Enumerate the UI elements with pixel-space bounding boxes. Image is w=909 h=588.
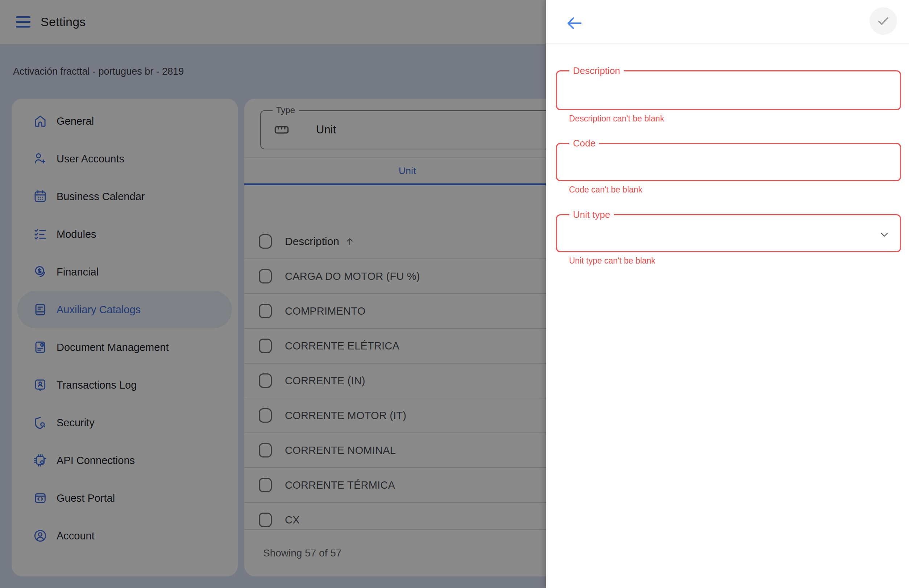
code-input[interactable] bbox=[557, 144, 900, 180]
unit-edit-panel: Description Description can't be blank C… bbox=[546, 0, 909, 588]
unit-type-field-label: Unit type bbox=[569, 209, 614, 220]
code-field[interactable]: Code bbox=[556, 143, 901, 181]
panel-header bbox=[546, 0, 909, 44]
check-icon bbox=[876, 14, 891, 28]
save-button[interactable] bbox=[870, 7, 897, 35]
unit-type-input[interactable] bbox=[557, 215, 900, 251]
description-field-label: Description bbox=[569, 65, 624, 76]
unit-type-field-group: Unit type Unit type can't be blank bbox=[556, 214, 901, 266]
description-input[interactable] bbox=[557, 71, 900, 109]
code-field-group: Code Code can't be blank bbox=[556, 143, 901, 195]
chevron-down-icon[interactable] bbox=[878, 228, 891, 241]
description-field-group: Description Description can't be blank bbox=[556, 70, 901, 124]
unit-type-select[interactable]: Unit type bbox=[556, 214, 901, 252]
arrow-left-icon[interactable] bbox=[565, 14, 583, 32]
unit-type-error-text: Unit type can't be blank bbox=[569, 256, 901, 266]
description-field[interactable]: Description bbox=[556, 70, 901, 110]
code-field-label: Code bbox=[569, 138, 599, 149]
code-error-text: Code can't be blank bbox=[569, 185, 901, 195]
description-error-text: Description can't be blank bbox=[569, 114, 901, 124]
